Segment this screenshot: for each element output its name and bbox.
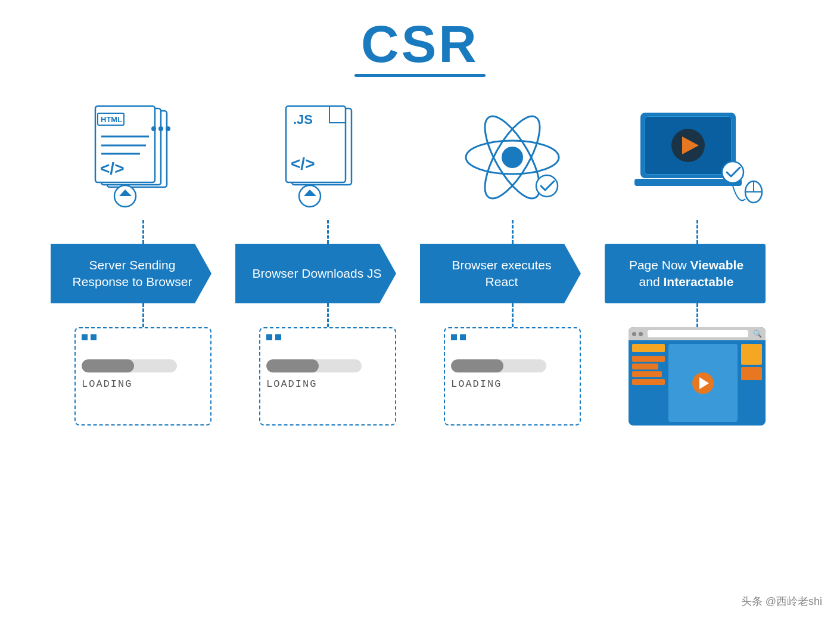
watermark: 头条 @西岭老shi bbox=[741, 594, 822, 608]
step3-arrow-row: Browser executes React bbox=[420, 244, 605, 303]
step2-arrow-row: Browser Downloads JS bbox=[235, 244, 420, 303]
step1-browser-dots bbox=[82, 334, 204, 340]
dot2 bbox=[91, 334, 97, 340]
html-file-icon: HTML </> bbox=[71, 101, 214, 220]
browser-left-col bbox=[632, 344, 665, 422]
step3-loading-label: LOADING bbox=[451, 378, 502, 390]
step1-arrow-text: Server Sending Response to Browser bbox=[67, 257, 197, 291]
step4-top-connector bbox=[696, 220, 698, 244]
browser-center-col bbox=[668, 344, 738, 422]
step1-arrow-row: Server Sending Response to Browser bbox=[51, 244, 235, 303]
step3-loading: LOADING bbox=[451, 359, 574, 390]
step1-loading-bar bbox=[82, 359, 177, 372]
orange-bar2 bbox=[632, 364, 658, 369]
orange-bar3 bbox=[632, 371, 662, 377]
step3-browser-dots bbox=[451, 334, 574, 340]
step2-loading-bar bbox=[266, 359, 362, 372]
browser-right-col bbox=[741, 344, 762, 422]
browser-search-bar bbox=[648, 330, 748, 337]
step4-browser-final: 🔍 bbox=[629, 327, 766, 426]
svg-text:.JS: .JS bbox=[293, 112, 313, 127]
title-underline bbox=[354, 74, 486, 77]
step3-column: Browser executes React LOADING bbox=[420, 101, 605, 426]
dot1 bbox=[266, 334, 272, 340]
dot1 bbox=[451, 334, 457, 340]
svg-point-24 bbox=[536, 175, 558, 197]
svg-point-9 bbox=[158, 126, 163, 131]
step2-browser-dots bbox=[266, 334, 389, 340]
step2-bottom-connector bbox=[327, 303, 329, 327]
step1-loading-fill bbox=[82, 359, 134, 372]
step1-bottom-connector bbox=[142, 303, 144, 327]
step4-arrow-row: Page Now Viewable and Interactable bbox=[605, 244, 789, 303]
svg-point-23 bbox=[502, 147, 523, 168]
step3-arrow-text: Browser executes React bbox=[437, 257, 567, 291]
step1-column: HTML </> bbox=[51, 101, 235, 426]
step2-column: .JS </> Browser Downloads JS bbox=[235, 101, 420, 426]
orange-bar4 bbox=[632, 379, 665, 385]
svg-text:HTML: HTML bbox=[101, 115, 122, 124]
search-icon: 🔍 bbox=[753, 330, 762, 338]
step2-arrow-box: Browser Downloads JS bbox=[235, 244, 396, 303]
dot2 bbox=[275, 334, 281, 340]
step1-browser: LOADING bbox=[74, 327, 211, 426]
step2-loading: LOADING bbox=[266, 359, 389, 390]
step4-arrow-box: Page Now Viewable and Interactable bbox=[605, 244, 766, 303]
step2-loading-fill bbox=[266, 359, 319, 372]
js-file-icon: .JS </> bbox=[256, 101, 399, 220]
top-dot1 bbox=[632, 332, 636, 336]
step2-arrow-text: Browser Downloads JS bbox=[252, 265, 381, 282]
step2-browser: LOADING bbox=[259, 327, 396, 426]
react-atom-icon bbox=[441, 101, 584, 220]
flow-area: HTML </> bbox=[24, 101, 816, 606]
play-button bbox=[692, 372, 714, 394]
gold-bar-top bbox=[632, 344, 665, 352]
step1-top-connector bbox=[142, 220, 144, 244]
dot2 bbox=[460, 334, 466, 340]
browser-top-bar: 🔍 bbox=[629, 327, 766, 340]
step2-loading-label: LOADING bbox=[266, 378, 317, 390]
step4-arrow-text: Page Now Viewable and Interactable bbox=[621, 257, 751, 291]
step3-top-connector bbox=[512, 220, 514, 244]
step3-bottom-connector bbox=[512, 303, 514, 327]
right-gold-box bbox=[741, 344, 762, 365]
step2-top-connector bbox=[327, 220, 329, 244]
browser-content bbox=[629, 340, 766, 426]
svg-point-10 bbox=[166, 126, 170, 131]
svg-text:</>: </> bbox=[100, 159, 124, 178]
step1-loading: LOADING bbox=[82, 359, 204, 390]
step3-arrow-box: Browser executes React bbox=[420, 244, 581, 303]
dot1 bbox=[82, 334, 88, 340]
orange-bar1 bbox=[632, 356, 665, 362]
play-triangle bbox=[699, 377, 709, 389]
svg-text:</>: </> bbox=[291, 154, 315, 173]
step3-loading-bar bbox=[451, 359, 546, 372]
step1-loading-label: LOADING bbox=[82, 378, 132, 390]
step4-column: Page Now Viewable and Interactable 🔍 bbox=[605, 101, 789, 426]
main-title: CSR bbox=[361, 18, 479, 70]
svg-point-31 bbox=[722, 162, 743, 183]
laptop-icon bbox=[626, 101, 769, 220]
step3-browser: LOADING bbox=[444, 327, 581, 426]
title-section: CSR bbox=[354, 18, 486, 77]
svg-point-8 bbox=[151, 126, 156, 131]
step3-loading-fill bbox=[451, 359, 503, 372]
page-container: CSR HTML bbox=[0, 0, 840, 618]
step4-bottom-connector bbox=[696, 303, 698, 327]
top-dot2 bbox=[639, 332, 643, 336]
step1-arrow-box: Server Sending Response to Browser bbox=[51, 244, 211, 303]
right-orange-box bbox=[741, 367, 762, 380]
